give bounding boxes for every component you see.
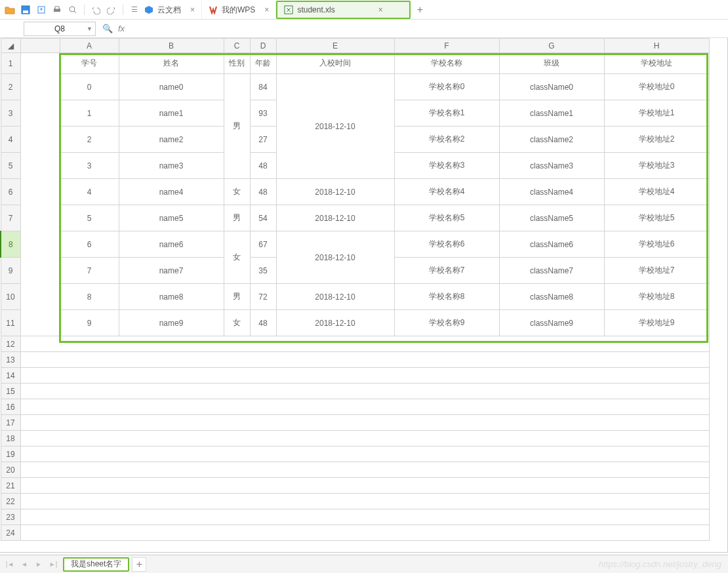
cell[interactable]: 学校地址1	[604, 100, 709, 127]
empty-cell[interactable]	[20, 53, 60, 336]
empty-row[interactable]	[20, 384, 709, 399]
cell[interactable]: 1	[60, 100, 119, 127]
search-icon[interactable]: 🔍	[102, 24, 113, 33]
empty-row[interactable]	[20, 415, 709, 431]
select-all-corner[interactable]: ◢	[1, 39, 20, 53]
col-header-f[interactable]: F	[394, 39, 499, 53]
row-header[interactable]: 12	[1, 336, 20, 352]
nav-next-icon[interactable]: ►	[33, 559, 45, 570]
row-header-selected[interactable]: 8	[1, 231, 20, 258]
cell[interactable]: className6	[499, 231, 604, 258]
empty-row[interactable]	[20, 509, 709, 525]
cell-merged[interactable]: 2018-12-10	[276, 231, 394, 284]
cell[interactable]: 2018-12-10	[276, 284, 394, 310]
cell[interactable]: 48	[250, 310, 276, 336]
table-header[interactable]: 学校地址	[604, 53, 709, 74]
cell[interactable]: 女	[224, 310, 250, 336]
cell-merged[interactable]: 2018-12-10	[276, 74, 394, 179]
row-header[interactable]: 5	[1, 153, 20, 179]
row-header[interactable]: 6	[1, 179, 20, 205]
nav-first-icon[interactable]: |◄	[4, 559, 16, 570]
cell[interactable]: 35	[250, 258, 276, 284]
cell[interactable]: 2	[60, 127, 119, 153]
empty-row[interactable]	[20, 494, 709, 509]
empty-row[interactable]	[20, 478, 709, 494]
table-header[interactable]: 班级	[499, 53, 604, 74]
cell[interactable]: className9	[499, 310, 604, 336]
cell[interactable]: 9	[60, 310, 119, 336]
cell[interactable]: 学校名称3	[394, 153, 499, 179]
row-header[interactable]: 3	[1, 100, 20, 127]
cell[interactable]: 2018-12-10	[276, 310, 394, 336]
cell[interactable]: 48	[250, 153, 276, 179]
row-header[interactable]: 16	[1, 399, 20, 415]
cell[interactable]: 5	[60, 205, 119, 231]
cell[interactable]: 男	[224, 284, 250, 310]
cell[interactable]: 2018-12-10	[276, 205, 394, 231]
cell[interactable]: 学校地址8	[604, 284, 709, 310]
cell[interactable]: 学校地址6	[604, 231, 709, 258]
empty-row[interactable]	[20, 352, 709, 368]
name-box[interactable]: Q8 ▼	[24, 22, 96, 36]
cell[interactable]: 3	[60, 153, 119, 179]
row-header[interactable]: 19	[1, 446, 20, 462]
cell[interactable]: name0	[119, 74, 224, 100]
cell[interactable]: 学校地址5	[604, 205, 709, 231]
chevron-down-icon[interactable]: ▼	[87, 26, 92, 32]
cell[interactable]: className3	[499, 153, 604, 179]
cell[interactable]: name2	[119, 127, 224, 153]
cell[interactable]: 2018-12-10	[276, 179, 394, 205]
col-header-h[interactable]: H	[604, 39, 709, 53]
row-header[interactable]: 14	[1, 368, 20, 384]
cell[interactable]: className2	[499, 127, 604, 153]
cell[interactable]: 67	[250, 231, 276, 258]
row-header[interactable]: 21	[1, 478, 20, 494]
row-header[interactable]: 7	[1, 205, 20, 231]
empty-row[interactable]	[20, 525, 709, 541]
col-header-a[interactable]: A	[60, 39, 119, 53]
cell[interactable]: name9	[119, 310, 224, 336]
cell[interactable]: 27	[250, 127, 276, 153]
table-header[interactable]: 姓名	[119, 53, 224, 74]
cell[interactable]: name3	[119, 153, 224, 179]
col-header[interactable]	[20, 39, 60, 53]
row-header[interactable]: 15	[1, 384, 20, 399]
cell[interactable]: name7	[119, 258, 224, 284]
cell-merged[interactable]: 女	[224, 231, 250, 284]
row-header[interactable]: 1	[1, 53, 20, 74]
tab-my-wps[interactable]: 我的WPS ×	[202, 1, 276, 19]
cell[interactable]: 72	[250, 284, 276, 310]
cell[interactable]: 学校名称6	[394, 231, 499, 258]
close-icon[interactable]: ×	[185, 5, 195, 14]
table-header[interactable]: 性别	[224, 53, 250, 74]
cell[interactable]: 学校名称7	[394, 258, 499, 284]
cell[interactable]: 学校名称9	[394, 310, 499, 336]
row-header[interactable]: 11	[1, 310, 20, 336]
print-preview-icon[interactable]	[67, 4, 79, 16]
cell[interactable]: 学校地址4	[604, 179, 709, 205]
cell[interactable]: 93	[250, 100, 276, 127]
row-header[interactable]: 13	[1, 352, 20, 368]
col-header-e[interactable]: E	[276, 39, 394, 53]
redo-icon[interactable]	[106, 4, 117, 16]
cell[interactable]: 6	[60, 231, 119, 258]
cell[interactable]: 学校地址2	[604, 127, 709, 153]
cell[interactable]: 8	[60, 284, 119, 310]
cell[interactable]: className8	[499, 284, 604, 310]
cell[interactable]: 学校名称8	[394, 284, 499, 310]
empty-row[interactable]	[20, 462, 709, 478]
nav-last-icon[interactable]: ►|	[47, 559, 59, 570]
cell[interactable]: 0	[60, 74, 119, 100]
row-header[interactable]: 2	[1, 74, 20, 100]
table-header[interactable]: 学号	[60, 53, 119, 74]
print-icon[interactable]	[51, 4, 63, 16]
row-header[interactable]: 4	[1, 127, 20, 153]
cell[interactable]: 女	[224, 179, 250, 205]
cell[interactable]: className7	[499, 258, 604, 284]
table-header[interactable]: 入校时间	[276, 53, 394, 74]
cell[interactable]: 学校地址0	[604, 74, 709, 100]
cell[interactable]: className4	[499, 179, 604, 205]
tab-student-xls[interactable]: student.xls ×	[276, 1, 410, 19]
tab-cloud-docs[interactable]: 云文档 ×	[138, 1, 202, 19]
row-header[interactable]: 9	[1, 258, 20, 284]
